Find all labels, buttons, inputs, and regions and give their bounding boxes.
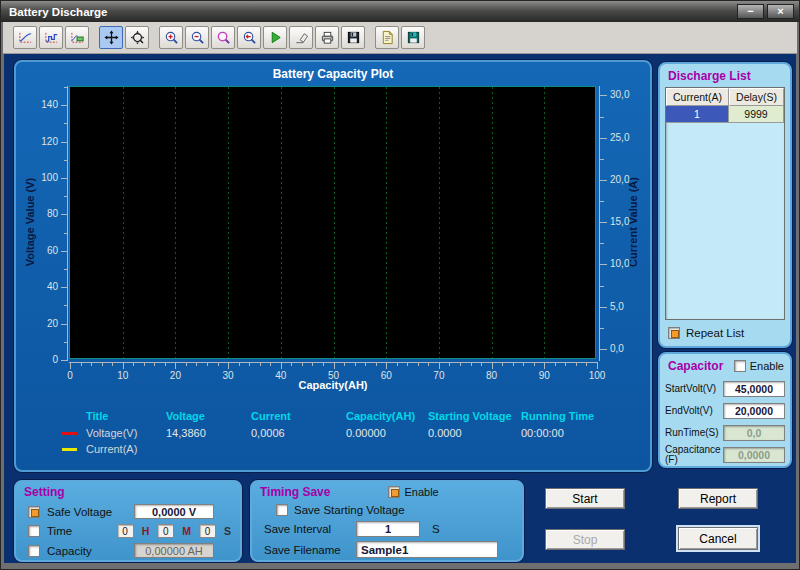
start-volt-input[interactable]: [723, 381, 785, 397]
report-file-button[interactable]: [375, 26, 399, 49]
timing-save-enable-checkbox[interactable]: [388, 486, 400, 498]
print-button[interactable]: [315, 26, 339, 49]
x-minor-tick: [312, 363, 313, 366]
save-data-button[interactable]: [401, 26, 425, 49]
y-left-tick-label: 40: [25, 281, 58, 292]
save-interval-unit: S: [432, 523, 440, 535]
x-minor-tick: [239, 363, 240, 366]
save-filename-label: Save Filename: [264, 544, 356, 556]
legend-series-name: Voltage(V): [86, 427, 137, 439]
zoom-back-icon: [242, 30, 257, 45]
time-row: TimeHMS: [28, 522, 232, 542]
app-window: Battery Discharge − × Battery Capacity P…: [0, 0, 800, 570]
y-left-tick-label: 140: [25, 99, 58, 110]
zoom-reset-button[interactable]: [237, 26, 261, 49]
toolbar-group: [13, 26, 89, 49]
save-filename-input[interactable]: [356, 541, 498, 558]
capacitance-row: Capacitance(F): [665, 444, 785, 466]
save-interval-row: Save Interval S: [264, 521, 440, 537]
capacitance-label: Capacitance(F): [665, 445, 723, 466]
report-button[interactable]: Report: [678, 488, 758, 509]
titlebar[interactable]: Battery Discharge − ×: [1, 1, 799, 22]
save-starting-voltage-checkbox[interactable]: [276, 504, 288, 516]
close-button[interactable]: ×: [767, 4, 794, 19]
end-volt-label: EndVolt(V): [665, 406, 723, 417]
save-interval-input[interactable]: [356, 521, 420, 537]
legend-marker: [62, 448, 77, 451]
x-minor-tick: [154, 363, 155, 366]
capacity-checkbox[interactable]: [28, 545, 40, 557]
x-minor-tick: [471, 363, 472, 366]
safe-voltage-input[interactable]: [134, 504, 214, 519]
toolbar-group: [159, 26, 365, 49]
capacity-input: [134, 543, 214, 558]
run-time-label: RunTime(S): [665, 428, 723, 439]
x-minor-tick: [523, 363, 524, 366]
zoom-tool-button[interactable]: [125, 26, 149, 49]
capacitor-fields: StartVolt(V)EndVolt(V)RunTime(S)Capacita…: [665, 378, 785, 466]
x-tick-label: 40: [266, 370, 296, 381]
curve-plot-button[interactable]: [13, 26, 37, 49]
legend-header: Current: [251, 410, 291, 422]
step-plot-button[interactable]: [39, 26, 63, 49]
x-minor-tick: [344, 363, 345, 366]
setting-title: Setting: [24, 485, 65, 499]
legend-header: Capacity(AH): [346, 410, 415, 422]
x-minor-tick: [586, 363, 587, 366]
capacity-row: Capacity: [28, 541, 232, 561]
save-icon: [346, 30, 361, 45]
x-tick-label: 50: [319, 370, 349, 381]
capacitor-enable-checkbox[interactable]: [734, 360, 746, 372]
legend-header: Voltage: [166, 410, 205, 422]
discharge-column-header: Current(A): [666, 88, 729, 106]
y-right-tick-label: 15,0: [610, 216, 644, 227]
time-h-input[interactable]: [117, 524, 134, 538]
run-button[interactable]: [263, 26, 287, 49]
current-cell[interactable]: 1: [666, 106, 729, 123]
legend-plot-button[interactable]: [65, 26, 89, 49]
y-right-major-tick: [600, 222, 607, 223]
repeat-list-checkbox[interactable]: [668, 327, 680, 339]
gridline: [544, 87, 545, 358]
x-minor-tick: [460, 363, 461, 366]
x-minor-tick: [112, 363, 113, 366]
x-minor-tick: [534, 363, 535, 366]
delay-cell[interactable]: 9999: [729, 106, 784, 123]
start-button[interactable]: Start: [545, 488, 625, 509]
zoom-out-button[interactable]: [185, 26, 209, 49]
y-right-minor-tick: [600, 286, 604, 287]
gridline: [175, 87, 176, 358]
plot-area[interactable]: [69, 86, 596, 359]
end-volt-input[interactable]: [723, 403, 785, 419]
x-major-tick: [492, 363, 493, 369]
time-s-input[interactable]: [199, 524, 216, 538]
start-volt-row: StartVolt(V): [665, 378, 785, 400]
time-m-label: M: [182, 525, 191, 537]
window-controls: − ×: [737, 4, 794, 19]
legend-value: 14,3860: [166, 427, 206, 439]
repeat-list-label: Repeat List: [686, 327, 744, 339]
time-checkbox[interactable]: [28, 525, 40, 537]
save-button[interactable]: [341, 26, 365, 49]
safe-voltage-checkbox[interactable]: [28, 506, 40, 518]
chart-panel: Battery Capacity Plot Voltage Value (V) …: [14, 60, 652, 472]
save-filename-row: Save Filename: [264, 541, 498, 558]
y-right-minor-tick: [600, 117, 604, 118]
zoom-in-button[interactable]: [159, 26, 183, 49]
gridline: [334, 87, 335, 358]
x-minor-tick: [376, 363, 377, 366]
x-tick-label: 90: [529, 370, 559, 381]
zoom-window-button[interactable]: [211, 26, 235, 49]
discharge-row[interactable]: 19999: [666, 106, 784, 123]
y-right-tick-label: 0,0: [610, 343, 644, 354]
x-minor-tick: [270, 363, 271, 366]
pan-button[interactable]: [99, 26, 123, 49]
time-m-input[interactable]: [157, 524, 174, 538]
minimize-button[interactable]: −: [737, 4, 764, 19]
cancel-button[interactable]: Cancel: [678, 527, 758, 550]
x-minor-tick: [81, 363, 82, 366]
capacitance-input: [723, 447, 785, 463]
erase-button[interactable]: [289, 26, 313, 49]
discharge-table[interactable]: Current(A)Delay(S)19999: [665, 87, 785, 320]
y-left-tick-label: 100: [25, 172, 58, 183]
